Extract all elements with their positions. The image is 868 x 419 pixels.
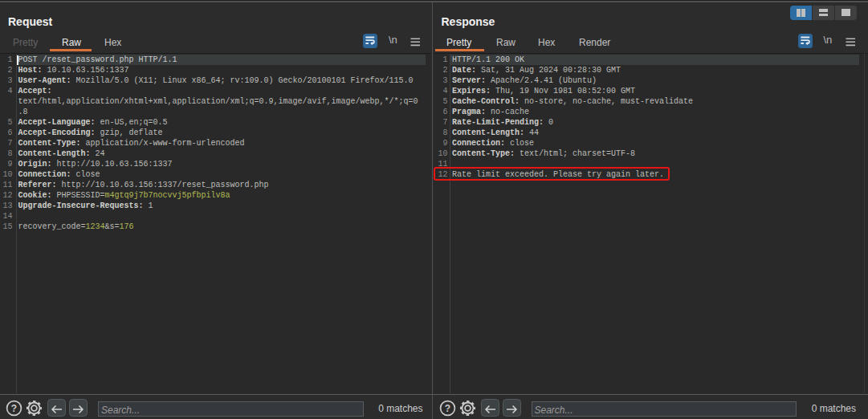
svg-text:?: ? [11, 403, 17, 414]
svg-text:?: ? [444, 403, 450, 414]
